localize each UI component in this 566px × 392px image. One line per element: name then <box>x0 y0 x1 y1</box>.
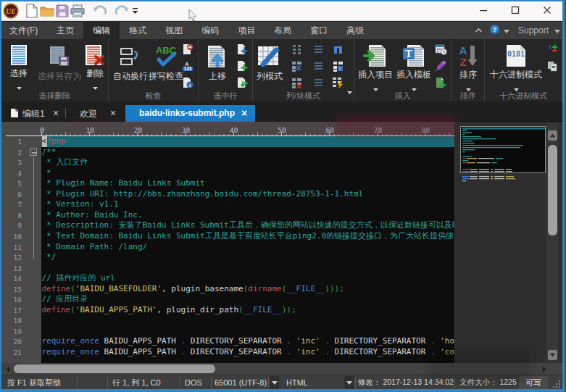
datetime-icon[interactable] <box>434 43 447 56</box>
qat-dropdown-icon[interactable] <box>130 2 139 20</box>
grid-sel-icon[interactable] <box>331 59 344 72</box>
page-add-icon[interactable] <box>434 76 447 89</box>
line-number: 9 <box>1 222 22 230</box>
print-icon[interactable] <box>70 2 85 20</box>
scroll-up-button[interactable] <box>548 130 557 141</box>
support-menu[interactable]: Support <box>518 25 549 36</box>
lines-dim-icon[interactable] <box>312 43 325 56</box>
page-plus-icon[interactable] <box>236 59 249 72</box>
lines-dim-icon[interactable] <box>312 76 325 89</box>
status-syntax[interactable]: HTML <box>286 375 308 390</box>
close-button[interactable] <box>531 0 563 20</box>
line-number: 17 <box>1 306 22 314</box>
vertical-scrollbar[interactable] <box>546 123 558 362</box>
scroll-right-button[interactable] <box>538 364 549 374</box>
encoding-dropdown[interactable] <box>270 376 279 389</box>
menu-tab-6[interactable]: 项目 <box>228 22 265 39</box>
undo-icon[interactable] <box>91 2 109 20</box>
ribbon-group-0: 选择删除选择选择另存为删除 <box>1 39 109 101</box>
vertical-scrollbar-thumb[interactable] <box>548 145 557 235</box>
column-mode-button[interactable]: 列模式 <box>253 42 286 90</box>
grid-redx-icon[interactable] <box>290 76 303 89</box>
line-number: 5 <box>1 180 22 188</box>
select-button[interactable]: 选择 <box>3 42 35 90</box>
picker-icon[interactable] <box>434 59 447 72</box>
page-updown-icon[interactable] <box>236 76 249 89</box>
grid-dim1-icon[interactable] <box>290 43 303 56</box>
minimize-button[interactable] <box>467 0 499 20</box>
move-up-button[interactable]: 上移 <box>201 42 233 90</box>
move-up-button-label: 上移 <box>209 72 226 81</box>
new-file-icon[interactable] <box>24 2 39 20</box>
menu-tab-5[interactable]: 编码 <box>192 22 228 39</box>
menu-tab-1[interactable]: 主页 <box>47 22 83 39</box>
column-extra-dropdown-icon[interactable] <box>347 84 352 97</box>
redo-icon[interactable] <box>113 2 130 20</box>
horizontal-scrollbar[interactable] <box>1 363 562 375</box>
menu-tab-0[interactable]: 文件(F) <box>0 22 47 39</box>
menu-tab-7[interactable]: 布局 <box>265 22 301 39</box>
mouse-cursor <box>188 9 197 22</box>
status-encoding[interactable]: 65001 (UTF-8) <box>215 375 267 390</box>
code-line-14: // 插件对应的 url <box>41 273 454 284</box>
status-cursor-position[interactable]: 行 1, 列 1, C0 <box>112 375 161 390</box>
copyhex-icon[interactable] <box>546 59 559 72</box>
resize-grip[interactable] <box>552 380 561 388</box>
page-down-icon[interactable] <box>236 43 249 56</box>
tab-close-icon[interactable]: × <box>110 108 116 119</box>
grid-x-icon[interactable] <box>290 59 303 72</box>
tab-close-icon[interactable]: × <box>53 108 59 119</box>
document-tab-0[interactable]: 编辑1× <box>6 105 65 122</box>
status-modified: 修改： 2017-12-13 14:34:02 <box>358 375 454 390</box>
sort-button-dropdown-icon <box>466 81 471 94</box>
menu-tab-8[interactable]: 窗口 <box>301 22 337 39</box>
status-writable[interactable]: 可写 <box>519 376 548 389</box>
sort-button-icon: AZ <box>457 43 479 68</box>
page-info-icon[interactable]: i <box>181 76 194 89</box>
menu-tab-3[interactable]: 格式 <box>120 22 156 39</box>
menu-tab-4[interactable]: 视图 <box>156 22 192 39</box>
word-wrap-button[interactable]: 自动换行 <box>112 42 149 90</box>
line-number: 2 <box>1 149 22 157</box>
grid-flash-icon[interactable] <box>331 76 344 89</box>
status-line-ending[interactable]: DOS <box>185 375 202 390</box>
grid-num-icon[interactable]: # <box>331 43 344 56</box>
menu-tab-2[interactable]: 编辑 <box>83 22 120 39</box>
maximize-button[interactable] <box>499 0 531 20</box>
syntax-dropdown[interactable] <box>344 376 354 389</box>
sort-123-icon[interactable]: A123 <box>181 59 194 72</box>
scroll-down-button[interactable] <box>548 350 557 360</box>
plusminus-icon[interactable]: ± <box>546 43 559 56</box>
hex-mode-button[interactable]: 0101十六进制模式 <box>488 42 544 90</box>
delete-button[interactable]: 删除 <box>83 42 107 90</box>
open-folder-icon[interactable] <box>39 2 54 20</box>
page-minus-icon[interactable] <box>181 43 194 56</box>
tab-close-icon[interactable]: × <box>241 108 247 119</box>
code-line-10: * Text Domain: Baidu Links Submit工具是基于百度… <box>41 231 454 242</box>
sort-button[interactable]: AZ排序 <box>451 42 485 90</box>
lines-dim-icon[interactable] <box>312 59 325 72</box>
save-icon[interactable] <box>54 2 70 20</box>
spell-check-button[interactable]: ABC拼写检查 <box>148 42 184 90</box>
collapse-ribbon-icon[interactable] <box>475 25 483 36</box>
help-icon[interactable]: ? <box>490 25 499 36</box>
fold-collapse-icon[interactable] <box>30 149 37 156</box>
horizontal-scrollbar-thumb[interactable] <box>14 364 215 373</box>
document-tab-2[interactable]: baidu-links-submit.php× <box>125 105 255 122</box>
svg-text:70: 70 <box>374 126 383 134</box>
code-view[interactable]: <?php/** * 入口文件 * * Plugin Name: Baidu L… <box>41 136 454 363</box>
menu-tab-9[interactable]: 高级 <box>337 22 373 39</box>
insert-template-button[interactable]: T插入模板 <box>396 42 432 90</box>
document-map-overflow[interactable] <box>461 175 545 187</box>
insert-item-button[interactable]: 插入项目 <box>357 42 394 90</box>
document-map-visible-region[interactable] <box>460 126 546 173</box>
help-dropdown-icon[interactable] <box>504 25 509 36</box>
support-dropdown-icon[interactable] <box>554 25 560 36</box>
quick-access-toolbar: UE <box>1 1 139 20</box>
code-line-13 <box>41 263 454 274</box>
app-logo-icon[interactable]: UE <box>1 2 20 20</box>
scroll-left-button[interactable] <box>2 364 13 374</box>
document-tab-1[interactable]: 欢迎× <box>65 105 125 122</box>
line-number: 18 <box>1 317 22 325</box>
save-selection-button[interactable]: 选择另存为 <box>36 42 83 90</box>
